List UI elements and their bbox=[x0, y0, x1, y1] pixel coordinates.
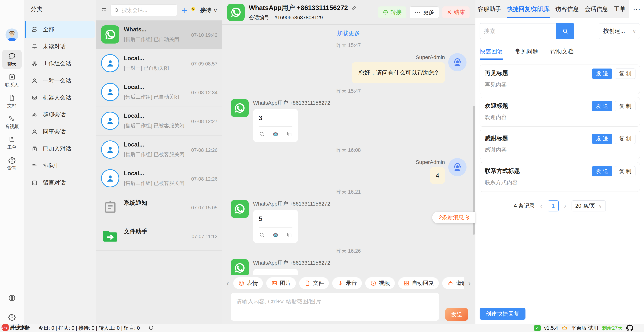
ticket-icon bbox=[8, 136, 16, 143]
trial-remaining: 剩余27天 bbox=[602, 325, 623, 332]
add-conversation-button[interactable]: + bbox=[180, 5, 188, 15]
invite-review-button[interactable]: 邀请评价 bbox=[442, 277, 464, 289]
page-number[interactable]: 1 bbox=[548, 200, 559, 211]
panel-more-button[interactable]: ⋯ bbox=[629, 0, 644, 18]
github-icon[interactable] bbox=[626, 325, 634, 332]
clipboard-icon bbox=[101, 198, 119, 216]
page-next-button[interactable]: › bbox=[564, 202, 566, 210]
conversation-row-local[interactable]: Local... [一对一] 已自动关闭 07-09 08:57 bbox=[96, 49, 222, 78]
copy-quick-reply-button[interactable]: 复 制 bbox=[615, 134, 636, 144]
end-session-button[interactable]: ✕结束 bbox=[442, 6, 470, 18]
pagination: 4 条记录 ‹ 1 › 20 条/页∨ bbox=[480, 200, 640, 211]
kb-search-field[interactable] bbox=[480, 23, 556, 39]
send-quick-reply-button[interactable]: 发 送 bbox=[592, 134, 612, 144]
globe-icon[interactable] bbox=[8, 294, 16, 302]
sidebar-item-contacts[interactable]: 联系人 bbox=[2, 71, 22, 90]
new-messages-badge[interactable]: 2条新消息 ≫ bbox=[432, 212, 475, 223]
agent-avatar bbox=[448, 53, 466, 71]
transfer-icon bbox=[383, 9, 388, 15]
agent-message: SuperAdmin 4 bbox=[230, 158, 466, 184]
conversation-row-whatsapp[interactable]: Whats... [售后工作组] 已自动关闭 07-10 19:42 bbox=[96, 20, 222, 49]
subtab-quick-reply[interactable]: 快速回复 bbox=[480, 47, 503, 60]
sidebar-item-chat[interactable]: 聊天 bbox=[2, 50, 22, 69]
kb-search-button[interactable] bbox=[556, 23, 574, 39]
conversation-search[interactable] bbox=[110, 4, 177, 16]
gear-icon[interactable] bbox=[8, 313, 16, 321]
send-quick-reply-button[interactable]: 发 送 bbox=[592, 68, 612, 79]
conversation-row-local[interactable]: Local... [售后工作组] 已被客服关闭 07-08 12:26 bbox=[96, 164, 222, 193]
tab-session-info[interactable]: 会话信息 bbox=[585, 0, 608, 18]
tab-assistant[interactable]: 客服助手 bbox=[478, 0, 501, 18]
category-item-message[interactable]: 留言对话 bbox=[24, 174, 96, 191]
send-quick-reply-button[interactable]: 发 送 bbox=[592, 166, 612, 176]
page-size-dropdown[interactable]: 20 条/页∨ bbox=[572, 200, 606, 211]
sidebar-item-settings[interactable]: 设置 bbox=[2, 154, 22, 173]
emoji-button[interactable]: 表情 bbox=[233, 277, 263, 289]
category-item-robot[interactable]: 机器人会话 bbox=[24, 89, 96, 106]
time-separator: 昨天 15:47 bbox=[230, 88, 466, 94]
robot-icon[interactable] bbox=[272, 131, 279, 137]
transfer-button[interactable]: 转接 bbox=[378, 6, 406, 18]
tab-quick-reply-kb[interactable]: 快捷回复/知识库 bbox=[507, 0, 550, 18]
tab-ticket[interactable]: 工单 bbox=[614, 0, 626, 18]
voice-button[interactable]: 录音 bbox=[332, 277, 362, 289]
message-input[interactable] bbox=[230, 293, 439, 321]
category-item-queue[interactable]: 排队中 bbox=[24, 157, 96, 174]
sidebar-item-av[interactable]: 音视频 bbox=[2, 112, 22, 131]
sidebar-item-tickets[interactable]: 工单 bbox=[2, 133, 22, 152]
sidebar-item-label: 聊天 bbox=[8, 61, 16, 67]
subtab-faq[interactable]: 常见问题 bbox=[515, 47, 538, 60]
tab-visitor-info[interactable]: 访客信息 bbox=[556, 0, 579, 18]
conversation-search-input[interactable] bbox=[122, 7, 174, 13]
load-more-link[interactable]: 加载更多 bbox=[230, 29, 466, 37]
category-item-joined[interactable]: 已加入对话 bbox=[24, 140, 96, 157]
refresh-icon[interactable] bbox=[148, 325, 154, 331]
category-item-workgroup[interactable]: 工作组会话 bbox=[24, 55, 96, 72]
category-item-group[interactable]: 群聊会话 bbox=[24, 106, 96, 123]
copy-icon[interactable] bbox=[286, 131, 292, 137]
edit-pencil-icon[interactable] bbox=[351, 5, 357, 11]
conversation-row-file-helper[interactable]: 文件助手 07-07 11:12 bbox=[96, 222, 222, 251]
magnifier-icon[interactable] bbox=[259, 131, 265, 137]
image-button[interactable]: 图片 bbox=[266, 277, 296, 289]
chevron-right-icon[interactable]: › bbox=[466, 279, 472, 288]
quick-reply-card: 再见标题 再见内容 发 送 复 制 bbox=[480, 65, 640, 94]
whatsapp-avatar bbox=[227, 3, 245, 21]
video-button[interactable]: 视频 bbox=[365, 277, 395, 289]
file-button[interactable]: 文件 bbox=[299, 277, 329, 289]
quick-reply-card: 欢迎标题 欢迎内容 发 送 复 制 bbox=[480, 97, 640, 127]
category-item-colleague[interactable]: 同事会话 bbox=[24, 123, 96, 140]
create-quick-reply-button[interactable]: 创建快捷回复 bbox=[480, 308, 526, 320]
more-button[interactable]: ⋯更多 bbox=[410, 6, 439, 18]
user-message: WhatsApp用户 +8613311156272 6 bbox=[230, 259, 466, 275]
subtab-help-docs[interactable]: 帮助文档 bbox=[550, 47, 574, 60]
user-avatar[interactable] bbox=[6, 28, 18, 41]
send-button[interactable]: 发送 bbox=[445, 308, 468, 321]
send-quick-reply-button[interactable]: 发 送 bbox=[592, 101, 612, 111]
category-item-unread[interactable]: 未读对话 bbox=[24, 38, 96, 55]
agent-name: SuperAdmin bbox=[416, 159, 445, 165]
copy-quick-reply-button[interactable]: 复 制 bbox=[615, 68, 636, 79]
copy-icon[interactable] bbox=[286, 232, 292, 238]
copy-quick-reply-button[interactable]: 复 制 bbox=[615, 101, 636, 111]
page-prev-button[interactable]: ‹ bbox=[540, 202, 542, 210]
sidebar-item-docs[interactable]: 文档 bbox=[2, 92, 22, 111]
person-avatar bbox=[101, 112, 119, 130]
sort-dropdown[interactable]: 按创建... ∨ bbox=[599, 23, 640, 39]
left-rail: 聊天 联系人 文档 音视频 工单 设置 bbox=[0, 0, 24, 324]
conversation-row-local[interactable]: Local... [售后工作组] 已自动关闭 07-08 12:34 bbox=[96, 78, 222, 107]
collapse-list-icon[interactable] bbox=[101, 7, 108, 14]
auto-reply-button[interactable]: 自动回复 bbox=[398, 277, 439, 289]
category-item-all[interactable]: 全部 bbox=[25, 21, 95, 38]
reception-status-dropdown[interactable]: 接待 ∨ bbox=[191, 6, 218, 14]
conversation-row-system[interactable]: 系统通知 07-07 15:05 bbox=[96, 193, 222, 222]
robot-icon[interactable] bbox=[272, 232, 279, 238]
time-separator: 昨天 16:08 bbox=[230, 147, 466, 154]
copy-quick-reply-button[interactable]: 复 制 bbox=[615, 166, 636, 176]
conversation-row-local[interactable]: Local... [售后工作组] 已被客服关闭 07-08 12:27 bbox=[96, 107, 222, 136]
kb-search-input[interactable] bbox=[484, 28, 552, 34]
magnifier-icon[interactable] bbox=[259, 232, 265, 238]
conversation-row-local[interactable]: Local... [售后工作组] 已被客服关闭 07-08 12:26 bbox=[96, 136, 222, 164]
chevron-left-icon[interactable]: ‹ bbox=[225, 279, 230, 288]
category-item-one-to-one[interactable]: 一对一会话 bbox=[24, 72, 96, 89]
